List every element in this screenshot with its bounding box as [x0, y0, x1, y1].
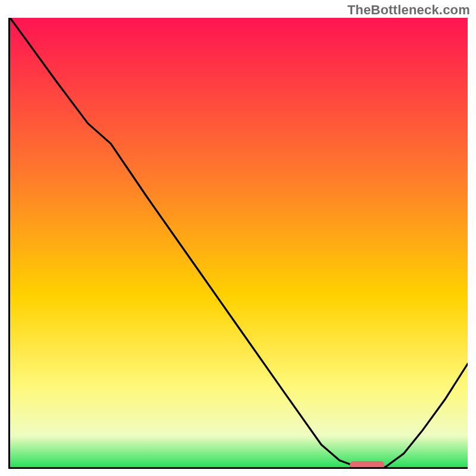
chart-svg [10, 18, 468, 467]
gradient-background [10, 18, 468, 467]
optimal-marker [350, 461, 384, 467]
chart-area [8, 18, 468, 469]
watermark-text: TheBottleneck.com [347, 2, 470, 18]
